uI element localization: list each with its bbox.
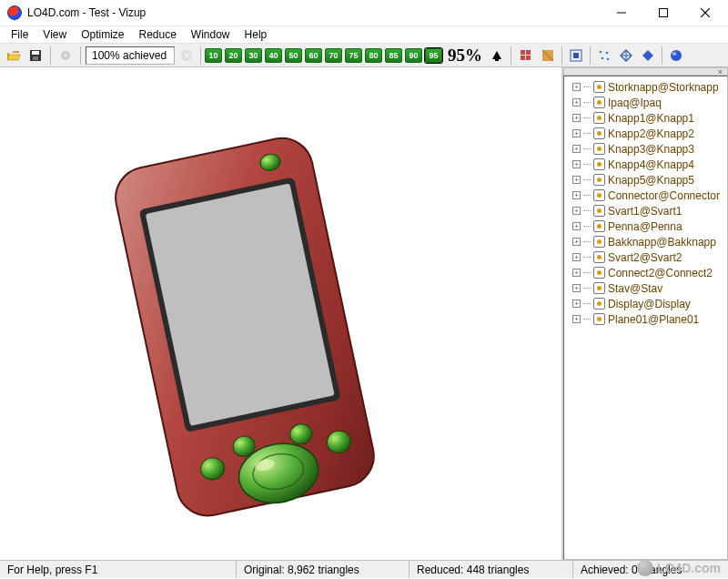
current-percent: 95% [444,46,486,66]
expand-icon[interactable]: + [572,238,581,246]
fit-view-icon [569,48,583,63]
expand-icon[interactable]: + [572,83,581,91]
menu-view[interactable]: View [35,27,74,42]
expand-icon[interactable]: + [572,114,581,122]
expand-icon[interactable]: + [572,269,581,277]
level-40-button[interactable]: 40 [265,48,282,63]
tree-item[interactable]: +Stav@Stav [567,280,724,296]
expand-icon[interactable]: + [572,207,581,215]
3d-viewport[interactable] [0,67,563,560]
tree-connector [583,241,591,242]
tree-item[interactable]: +Storknapp@Storknapp [567,79,724,95]
display-solid-button[interactable] [638,46,658,66]
level-30-button[interactable]: 30 [245,48,262,63]
menu-reduce[interactable]: Reduce [131,27,183,42]
gear-button[interactable] [56,46,76,66]
level-50-button[interactable]: 50 [285,48,302,63]
tree-item[interactable]: +Knapp1@Knapp1 [567,110,724,126]
object-icon [593,158,605,170]
tree-item[interactable]: +Svart2@Svart2 [567,249,724,265]
expand-icon[interactable]: + [572,253,581,261]
display-points-button[interactable] [594,46,614,66]
tree-item-label: Knapp1@Knapp1 [608,112,694,125]
tree-connector [583,164,591,165]
expand-icon[interactable]: + [572,300,581,308]
tree-item-label: Ipaq@Ipaq [608,96,662,109]
tree-connector [583,272,591,273]
expand-icon[interactable]: + [572,145,581,153]
svg-rect-13 [526,50,531,55]
level-95-button[interactable]: 95 [425,48,442,63]
shading-flat-button[interactable] [516,46,536,66]
object-icon [593,313,605,325]
tree-item[interactable]: +Display@Display [567,296,724,311]
expand-icon[interactable]: + [572,176,581,184]
menu-help[interactable]: Help [238,27,275,42]
save-button[interactable] [25,46,46,66]
panel-header[interactable]: × [563,67,728,76]
expand-icon[interactable]: + [572,160,581,168]
minimize-button[interactable] [601,0,642,25]
menu-optimize[interactable]: Optimize [74,27,131,42]
object-icon [593,189,605,201]
tree-item[interactable]: +Knapp5@Knapp5 [567,172,724,188]
level-70-button[interactable]: 70 [325,48,342,63]
work-area: × +Storknapp@Storknapp+Ipaq@Ipaq+Knapp1@… [0,67,728,560]
menu-window[interactable]: Window [184,27,238,42]
object-icon [593,251,605,263]
level-20-button[interactable]: 20 [225,48,242,63]
tree-item-label: Connector@Connector [608,189,720,202]
status-reduced: Reduced: 448 triangles [410,561,573,578]
svg-point-23 [607,57,610,60]
fit-view-button[interactable] [566,46,586,66]
expand-icon[interactable]: + [572,284,581,292]
window-controls [601,0,726,25]
shading-flat-icon [519,48,533,63]
menu-file[interactable]: File [4,27,35,42]
tree-connector [583,133,591,134]
tree-item[interactable]: +Penna@Penna [567,218,724,234]
tree-item[interactable]: +Plane01@Plane01 [567,311,724,327]
level-85-button[interactable]: 85 [385,48,402,63]
tree-connector [583,257,591,258]
level-10-button[interactable]: 10 [205,48,222,63]
reduction-levels: 102030405060707580859095 [205,48,442,63]
tree-item[interactable]: +Bakknapp@Bakknapp [567,234,724,249]
svg-rect-19 [573,53,579,58]
tree-item[interactable]: +Knapp3@Knapp3 [567,141,724,157]
tree-item[interactable]: +Knapp4@Knapp4 [567,157,724,172]
title-bar: LO4D.com - Test - Vizup [0,0,728,26]
maximize-button[interactable] [642,0,684,25]
tree-item[interactable]: +Connect2@Connect2 [567,265,724,280]
expand-icon[interactable]: + [572,222,581,230]
tree-item[interactable]: +Knapp2@Knapp2 [567,126,724,141]
tree-item[interactable]: +Connector@Connector [567,188,724,203]
tree-connector [583,117,591,118]
expand-icon[interactable]: + [572,129,581,137]
status-achieved: Achieved: 0 triangles [573,561,728,578]
panel-close-icon[interactable]: × [715,67,725,76]
display-wireframe-button[interactable] [616,46,636,66]
increase-button[interactable] [488,46,506,65]
object-icon [593,143,605,155]
cancel-button[interactable] [177,46,197,66]
object-tree[interactable]: +Storknapp@Storknapp+Ipaq@Ipaq+Knapp1@Kn… [563,76,728,560]
expand-icon[interactable]: + [572,98,581,107]
expand-icon[interactable]: + [572,191,581,199]
object-icon [593,127,605,139]
level-80-button[interactable]: 80 [365,48,382,63]
tree-item[interactable]: +Ipaq@Ipaq [567,95,724,110]
toolbar-separator [590,46,591,65]
save-icon [28,48,43,63]
open-button[interactable] [4,46,24,66]
shading-shaded-button[interactable] [538,46,558,66]
level-90-button[interactable]: 90 [405,48,422,63]
expand-icon[interactable]: + [572,315,581,323]
close-button[interactable] [684,0,726,25]
svg-rect-5 [32,51,39,55]
level-60-button[interactable]: 60 [305,48,322,63]
tree-item[interactable]: +Svart1@Svart1 [567,203,724,218]
display-smooth-button[interactable] [666,46,686,66]
level-75-button[interactable]: 75 [345,48,362,63]
open-icon [6,48,21,63]
